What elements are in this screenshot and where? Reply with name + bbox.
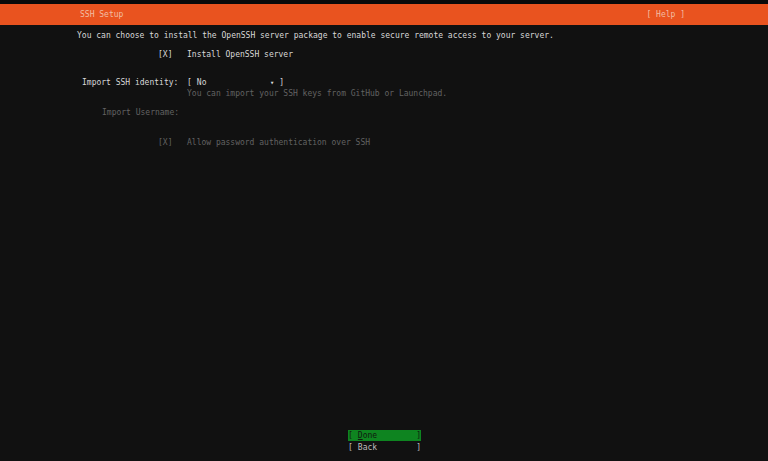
help-button[interactable]: [ Help ]: [646, 4, 685, 25]
back-button[interactable]: [ Back ]: [348, 442, 421, 453]
button-open-bracket: [: [348, 443, 353, 453]
import-username-label: Import Username:: [102, 108, 179, 118]
done-button[interactable]: [ D one ]: [348, 430, 421, 441]
button-open-bracket: [: [348, 431, 353, 441]
button-close-bracket: ]: [416, 431, 421, 441]
checkbox-checked-icon: [X]: [158, 50, 187, 60]
ssh-setup-screen: SSH Setup [ Help ] You can choose to ins…: [0, 0, 768, 461]
description-text: You can choose to install the OpenSSH se…: [77, 31, 554, 41]
allow-password-auth-label: Allow password authentication over SSH: [187, 138, 370, 148]
checkbox-checked-icon: [X]: [158, 138, 187, 148]
back-button-label: Back: [358, 443, 377, 453]
page-title: SSH Setup: [80, 4, 123, 25]
import-ssh-identity-label: Import SSH identity:: [82, 78, 178, 88]
install-openssh-label: Install OpenSSH server: [187, 50, 293, 60]
done-button-label: one: [363, 431, 377, 441]
dropdown-close-bracket: ]: [279, 78, 284, 88]
install-openssh-checkbox[interactable]: [X] Install OpenSSH server: [158, 50, 293, 60]
import-ssh-identity-dropdown[interactable]: [ No ▾ ]: [187, 78, 284, 88]
import-ssh-identity-help-text: You can import your SSH keys from GitHub…: [187, 89, 447, 99]
allow-password-auth-checkbox: [X] Allow password authentication over S…: [158, 138, 370, 148]
header-bar: SSH Setup [ Help ]: [0, 4, 768, 25]
dropdown-selected-value: No: [197, 78, 207, 88]
dropdown-open-bracket: [: [187, 78, 192, 88]
button-close-bracket: ]: [416, 443, 421, 453]
chevron-down-icon: ▾: [270, 78, 274, 88]
